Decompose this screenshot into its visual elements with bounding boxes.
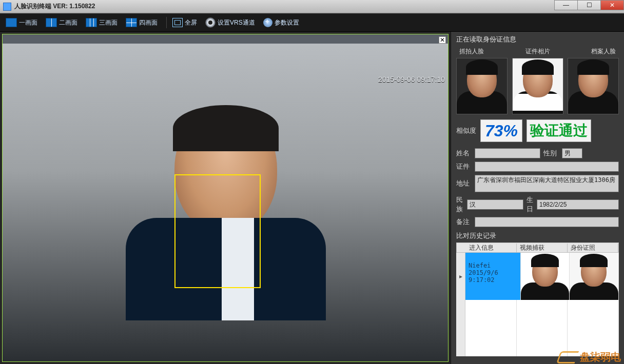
result-row: 相似度 73% 验证通过: [456, 119, 619, 142]
video-close-button[interactable]: ✕: [439, 36, 446, 44]
view-4-label: 四画面: [139, 18, 158, 27]
birth-field[interactable]: [537, 199, 619, 210]
camera-icon: [205, 17, 216, 28]
window-titlebar: 人脸识别终端 VER: 1.150822 — ☐ ✕: [0, 0, 624, 13]
thumb-header-capture: 抓拍人脸: [459, 47, 484, 56]
gender-field[interactable]: [562, 148, 582, 158]
face-detect-box: [174, 174, 261, 288]
history-video-cell: [521, 253, 570, 300]
ethnic-field[interactable]: [467, 199, 523, 210]
gender-label: 性别: [543, 149, 559, 158]
close-button[interactable]: ✕: [600, 0, 624, 10]
video-timestamp: 2015-09-06 09:17:10: [378, 75, 445, 84]
addr-field[interactable]: [475, 175, 619, 192]
view-3-button[interactable]: 三画面: [84, 16, 122, 29]
vrs-label: 设置VRS通道: [218, 18, 255, 27]
verify-status: 验证通过: [526, 119, 591, 142]
settings-label: 参数设置: [275, 18, 299, 27]
grid-1-icon: [6, 18, 17, 27]
name-label: 姓名: [456, 149, 472, 158]
view-2-label: 二画面: [59, 18, 77, 27]
addr-label: 地址: [456, 179, 472, 188]
thumb-headers: 抓拍人脸 证件相片 档案人脸: [456, 47, 619, 56]
fullscreen-label: 全屏: [185, 18, 197, 27]
thumb-capture[interactable]: [456, 58, 508, 114]
toolbar-separator: [166, 17, 167, 28]
view-2-button[interactable]: 二画面: [44, 16, 82, 29]
name-field[interactable]: [475, 148, 540, 158]
ethnic-label: 民族: [456, 195, 464, 214]
id-field[interactable]: [475, 161, 619, 172]
view-4-button[interactable]: 四画面: [124, 16, 162, 29]
fullscreen-icon: [172, 18, 183, 27]
video-panel[interactable]: ✕ 2015-09-06 09:17:10: [2, 34, 449, 362]
thumb-archive[interactable]: [568, 58, 619, 114]
settings-button[interactable]: 参数设置: [262, 16, 304, 29]
video-feed: 2015-09-06 09:17:10: [3, 44, 448, 361]
info-panel: 正在读取身份证信息 抓拍人脸 证件相片 档案人脸 相似度 73% 验证通过 姓名…: [451, 32, 624, 364]
similarity-value: 73%: [480, 119, 522, 142]
gear-icon: [263, 18, 272, 27]
history-col-entry: 进入信息: [466, 244, 517, 252]
fullscreen-button[interactable]: 全屏: [171, 16, 202, 29]
similarity-label: 相似度: [456, 126, 476, 135]
minimize-button[interactable]: —: [554, 0, 578, 10]
history-table: 进入信息 视频捕获 身份证照 ▸ Niefei 2015/9/6 9:17:02: [456, 242, 619, 356]
reading-status: 正在读取身份证信息: [456, 35, 619, 44]
history-header: 进入信息 视频捕获 身份证照: [456, 242, 619, 253]
main-toolbar: 一画面 二画面 三画面 四画面 全屏 设置VRS通道 参数设置: [0, 13, 624, 32]
window-title: 人脸识别终端 VER: 1.150822: [14, 2, 95, 11]
view-1-button[interactable]: 一画面: [4, 16, 42, 29]
grid-3-icon: [86, 18, 97, 27]
thumbnail-row: [456, 58, 619, 114]
view-3-label: 三画面: [99, 18, 118, 27]
history-col-video: 视频捕获: [517, 244, 568, 252]
remark-label: 备注: [456, 217, 472, 227]
grid-4-icon: [126, 18, 137, 27]
history-idphoto-cell: [570, 253, 619, 300]
history-row-empty: [456, 300, 619, 356]
thumb-header-archive: 档案人脸: [591, 47, 616, 56]
history-row-marker: ▸: [456, 253, 465, 300]
birth-label: 生日: [526, 195, 534, 214]
id-form: 姓名 性别 证件 地址 民族 生日 备注: [456, 148, 619, 227]
app-icon: [3, 3, 11, 11]
history-row[interactable]: ▸ Niefei 2015/9/6 9:17:02: [456, 253, 619, 300]
remark-field[interactable]: [475, 217, 619, 227]
grid-2-icon: [46, 18, 57, 27]
workspace: ✕ 2015-09-06 09:17:10 正在读取身份证信息 抓拍人脸 证件相…: [0, 32, 624, 364]
thumb-header-idphoto: 证件相片: [525, 47, 550, 56]
window-controls: — ☐ ✕: [555, 0, 624, 10]
history-title: 比对历史记录: [456, 231, 619, 240]
view-1-label: 一画面: [19, 18, 37, 27]
maximize-button[interactable]: ☐: [577, 0, 601, 10]
thumb-idphoto[interactable]: [512, 58, 563, 114]
vrs-button[interactable]: 设置VRS通道: [204, 16, 260, 29]
id-label: 证件: [456, 162, 472, 171]
history-entry-cell: Niefei 2015/9/6 9:17:02: [465, 253, 521, 300]
history-col-idp: 身份证照: [568, 244, 618, 252]
